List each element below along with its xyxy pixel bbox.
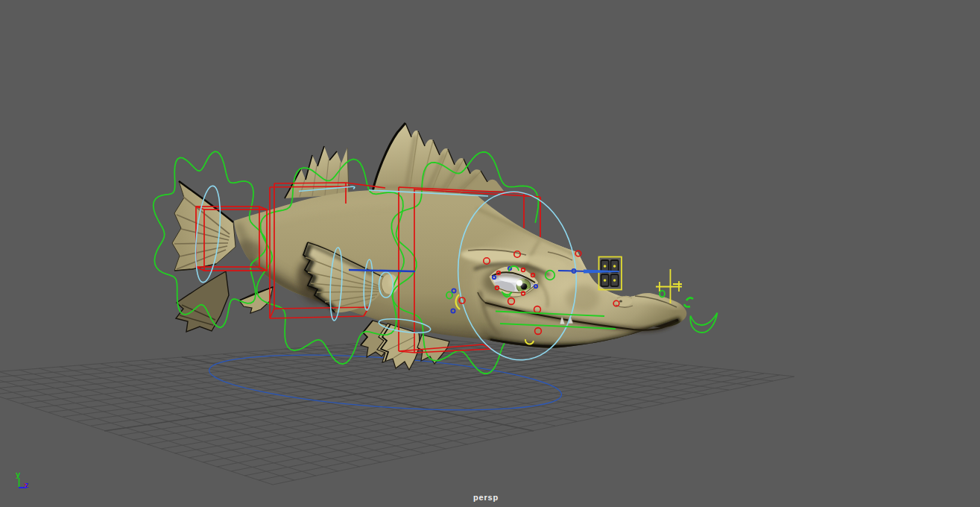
svg-text:y: y	[16, 470, 21, 479]
svg-text:z: z	[25, 480, 29, 489]
svg-text:persp: persp	[473, 493, 499, 502]
